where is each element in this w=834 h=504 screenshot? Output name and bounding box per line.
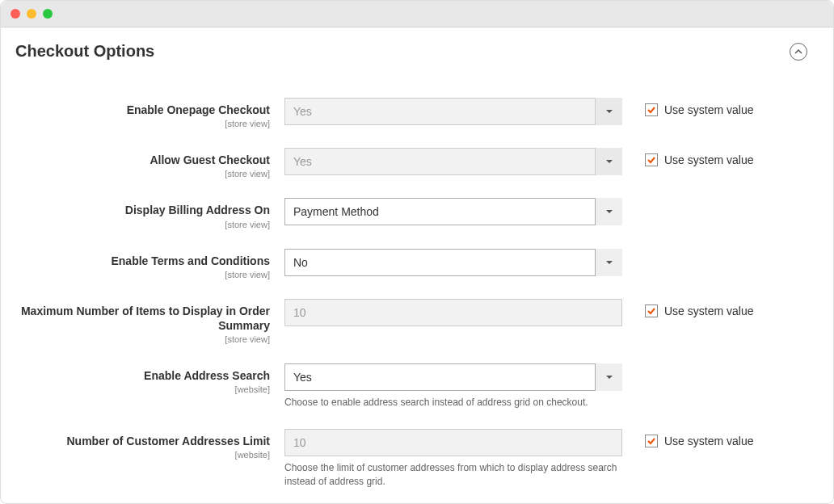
field-scope: [website] [15,384,270,394]
terms-select[interactable]: No [284,249,622,276]
use-system-col: Use system value [622,299,753,317]
field-enable-address-search: Enable Address Search [website] Yes Choo… [15,363,807,410]
help-text: Choose to enable address search instead … [284,396,622,410]
use-system-checkbox[interactable] [645,435,658,447]
check-icon [647,436,656,446]
field-control-col: Yes [284,148,622,175]
enable-onepage-select: Yes [284,98,622,125]
field-scope: [store view] [15,220,270,229]
section-content: Checkout Options Enable Onepage Checkout… [1,27,833,489]
field-address-limit: Number of Customer Addresses Limit [webs… [15,429,807,489]
select-wrap: Yes [284,148,622,175]
close-window-button[interactable] [11,9,20,19]
field-control-col: Choose the limit of customer addresses f… [284,429,622,489]
chevron-up-icon [794,48,802,56]
address-search-select[interactable]: Yes [284,363,622,391]
maximize-window-button[interactable] [43,9,53,19]
use-system-checkbox[interactable] [645,153,658,166]
field-allow-guest-checkout: Allow Guest Checkout [store view] Yes Us… [15,148,807,178]
field-control-col: No [284,249,622,276]
field-max-items: Maximum Number of Items to Display in Or… [15,299,807,344]
field-label-col: Allow Guest Checkout [store view] [15,148,284,178]
field-label-col: Display Billing Address On [store view] [15,198,284,229]
field-label: Display Billing Address On [15,203,270,217]
help-text: Choose the limit of customer addresses f… [284,461,622,489]
field-scope: [store view] [15,119,270,128]
collapse-section-button[interactable] [790,43,807,61]
select-wrap: No [284,249,622,276]
field-label-col: Maximum Number of Items to Display in Or… [15,299,284,344]
use-system-col: Use system value [622,429,753,447]
use-system-label: Use system value [664,304,753,317]
check-icon [647,155,656,165]
use-system-col: Use system value [622,148,753,166]
field-label: Enable Address Search [15,368,270,383]
field-label-col: Number of Customer Addresses Limit [webs… [15,429,284,460]
field-scope: [store view] [15,270,270,279]
field-label: Enable Terms and Conditions [15,254,270,268]
select-wrap: Yes [284,363,622,391]
use-system-label: Use system value [664,153,753,166]
field-label-col: Enable Address Search [website] [15,363,284,394]
field-control-col: Yes [284,98,622,125]
field-label-col: Enable Onepage Checkout [store view] [15,98,284,128]
field-scope: [website] [15,450,270,460]
field-control-col: Yes Choose to enable address search inst… [284,363,622,410]
field-label: Maximum Number of Items to Display in Or… [15,304,270,333]
address-limit-input [284,429,622,456]
field-scope: [store view] [15,169,270,178]
check-icon [647,105,656,115]
window-titlebar [1,1,833,27]
use-system-label: Use system value [664,435,753,447]
use-system-checkbox[interactable] [645,103,658,116]
field-label: Number of Customer Addresses Limit [15,434,270,448]
check-icon [647,306,656,316]
field-label: Enable Onepage Checkout [15,103,270,117]
field-enable-onepage-checkout: Enable Onepage Checkout [store view] Yes… [15,98,807,128]
field-label-col: Enable Terms and Conditions [store view] [15,249,284,279]
field-display-billing-address: Display Billing Address On [store view] … [15,198,807,229]
allow-guest-select: Yes [284,148,622,175]
use-system-label: Use system value [664,103,753,116]
field-control-col [284,299,622,326]
select-wrap: Payment Method [284,198,622,225]
field-enable-terms: Enable Terms and Conditions [store view]… [15,249,807,279]
use-system-col: Use system value [622,98,753,116]
field-label: Allow Guest Checkout [15,153,270,167]
max-items-input [284,299,622,326]
minimize-window-button[interactable] [27,9,36,19]
field-scope: [store view] [15,334,270,344]
billing-address-select[interactable]: Payment Method [284,198,622,225]
field-control-col: Payment Method [284,198,622,225]
use-system-checkbox[interactable] [645,304,658,317]
section-title: Checkout Options [15,42,154,61]
section-header: Checkout Options [15,42,807,61]
select-wrap: Yes [284,98,622,125]
